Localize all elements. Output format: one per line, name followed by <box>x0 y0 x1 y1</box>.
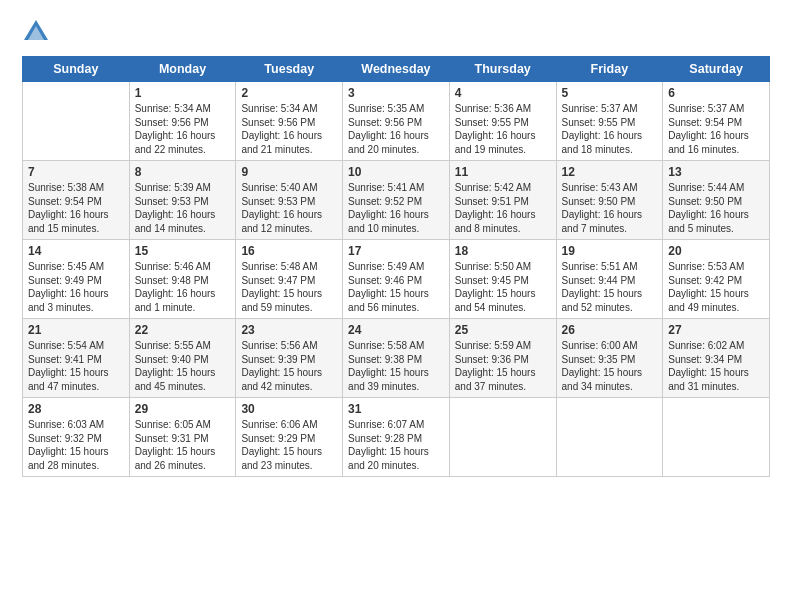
day-number: 4 <box>455 86 551 100</box>
calendar-cell: 17Sunrise: 5:49 AM Sunset: 9:46 PM Dayli… <box>343 240 450 319</box>
day-number: 21 <box>28 323 124 337</box>
day-info: Sunrise: 6:05 AM Sunset: 9:31 PM Dayligh… <box>135 418 231 472</box>
day-number: 16 <box>241 244 337 258</box>
day-info: Sunrise: 5:44 AM Sunset: 9:50 PM Dayligh… <box>668 181 764 235</box>
day-info: Sunrise: 6:06 AM Sunset: 9:29 PM Dayligh… <box>241 418 337 472</box>
day-number: 14 <box>28 244 124 258</box>
logo <box>22 18 52 46</box>
day-number: 31 <box>348 402 444 416</box>
day-number: 1 <box>135 86 231 100</box>
calendar-cell <box>449 398 556 477</box>
calendar-cell: 27Sunrise: 6:02 AM Sunset: 9:34 PM Dayli… <box>663 319 770 398</box>
calendar-cell: 7Sunrise: 5:38 AM Sunset: 9:54 PM Daylig… <box>23 161 130 240</box>
day-info: Sunrise: 6:00 AM Sunset: 9:35 PM Dayligh… <box>562 339 658 393</box>
day-number: 27 <box>668 323 764 337</box>
calendar-cell: 1Sunrise: 5:34 AM Sunset: 9:56 PM Daylig… <box>129 82 236 161</box>
day-info: Sunrise: 5:54 AM Sunset: 9:41 PM Dayligh… <box>28 339 124 393</box>
calendar-cell: 19Sunrise: 5:51 AM Sunset: 9:44 PM Dayli… <box>556 240 663 319</box>
day-info: Sunrise: 5:45 AM Sunset: 9:49 PM Dayligh… <box>28 260 124 314</box>
day-number: 7 <box>28 165 124 179</box>
day-number: 13 <box>668 165 764 179</box>
day-number: 9 <box>241 165 337 179</box>
day-info: Sunrise: 5:43 AM Sunset: 9:50 PM Dayligh… <box>562 181 658 235</box>
calendar-table: SundayMondayTuesdayWednesdayThursdayFrid… <box>22 56 770 477</box>
day-number: 18 <box>455 244 551 258</box>
day-number: 10 <box>348 165 444 179</box>
day-info: Sunrise: 5:39 AM Sunset: 9:53 PM Dayligh… <box>135 181 231 235</box>
day-number: 25 <box>455 323 551 337</box>
header-day: Saturday <box>663 57 770 82</box>
day-number: 5 <box>562 86 658 100</box>
day-number: 23 <box>241 323 337 337</box>
day-info: Sunrise: 5:59 AM Sunset: 9:36 PM Dayligh… <box>455 339 551 393</box>
day-info: Sunrise: 5:41 AM Sunset: 9:52 PM Dayligh… <box>348 181 444 235</box>
header-day: Friday <box>556 57 663 82</box>
day-info: Sunrise: 5:55 AM Sunset: 9:40 PM Dayligh… <box>135 339 231 393</box>
week-row: 21Sunrise: 5:54 AM Sunset: 9:41 PM Dayli… <box>23 319 770 398</box>
calendar-cell: 23Sunrise: 5:56 AM Sunset: 9:39 PM Dayli… <box>236 319 343 398</box>
day-number: 11 <box>455 165 551 179</box>
calendar-cell: 25Sunrise: 5:59 AM Sunset: 9:36 PM Dayli… <box>449 319 556 398</box>
header-row: SundayMondayTuesdayWednesdayThursdayFrid… <box>23 57 770 82</box>
calendar-cell: 16Sunrise: 5:48 AM Sunset: 9:47 PM Dayli… <box>236 240 343 319</box>
day-number: 2 <box>241 86 337 100</box>
day-number: 29 <box>135 402 231 416</box>
header-day: Thursday <box>449 57 556 82</box>
calendar-cell: 31Sunrise: 6:07 AM Sunset: 9:28 PM Dayli… <box>343 398 450 477</box>
page: SundayMondayTuesdayWednesdayThursdayFrid… <box>0 0 792 487</box>
day-info: Sunrise: 5:34 AM Sunset: 9:56 PM Dayligh… <box>241 102 337 156</box>
calendar-cell: 6Sunrise: 5:37 AM Sunset: 9:54 PM Daylig… <box>663 82 770 161</box>
calendar-cell: 20Sunrise: 5:53 AM Sunset: 9:42 PM Dayli… <box>663 240 770 319</box>
logo-icon <box>22 18 50 46</box>
calendar-cell: 24Sunrise: 5:58 AM Sunset: 9:38 PM Dayli… <box>343 319 450 398</box>
calendar-cell <box>23 82 130 161</box>
week-row: 28Sunrise: 6:03 AM Sunset: 9:32 PM Dayli… <box>23 398 770 477</box>
day-info: Sunrise: 6:07 AM Sunset: 9:28 PM Dayligh… <box>348 418 444 472</box>
day-info: Sunrise: 5:36 AM Sunset: 9:55 PM Dayligh… <box>455 102 551 156</box>
day-number: 19 <box>562 244 658 258</box>
day-info: Sunrise: 5:34 AM Sunset: 9:56 PM Dayligh… <box>135 102 231 156</box>
week-row: 7Sunrise: 5:38 AM Sunset: 9:54 PM Daylig… <box>23 161 770 240</box>
calendar-cell: 11Sunrise: 5:42 AM Sunset: 9:51 PM Dayli… <box>449 161 556 240</box>
day-info: Sunrise: 5:35 AM Sunset: 9:56 PM Dayligh… <box>348 102 444 156</box>
day-info: Sunrise: 6:02 AM Sunset: 9:34 PM Dayligh… <box>668 339 764 393</box>
day-info: Sunrise: 5:53 AM Sunset: 9:42 PM Dayligh… <box>668 260 764 314</box>
header-day: Monday <box>129 57 236 82</box>
calendar-cell: 3Sunrise: 5:35 AM Sunset: 9:56 PM Daylig… <box>343 82 450 161</box>
calendar-cell: 30Sunrise: 6:06 AM Sunset: 9:29 PM Dayli… <box>236 398 343 477</box>
day-info: Sunrise: 5:38 AM Sunset: 9:54 PM Dayligh… <box>28 181 124 235</box>
day-info: Sunrise: 5:56 AM Sunset: 9:39 PM Dayligh… <box>241 339 337 393</box>
day-number: 6 <box>668 86 764 100</box>
header <box>22 18 770 46</box>
day-number: 3 <box>348 86 444 100</box>
calendar-cell: 15Sunrise: 5:46 AM Sunset: 9:48 PM Dayli… <box>129 240 236 319</box>
day-number: 20 <box>668 244 764 258</box>
calendar-cell: 26Sunrise: 6:00 AM Sunset: 9:35 PM Dayli… <box>556 319 663 398</box>
day-info: Sunrise: 5:48 AM Sunset: 9:47 PM Dayligh… <box>241 260 337 314</box>
calendar-cell: 5Sunrise: 5:37 AM Sunset: 9:55 PM Daylig… <box>556 82 663 161</box>
header-day: Sunday <box>23 57 130 82</box>
header-day: Wednesday <box>343 57 450 82</box>
calendar-cell: 10Sunrise: 5:41 AM Sunset: 9:52 PM Dayli… <box>343 161 450 240</box>
day-info: Sunrise: 6:03 AM Sunset: 9:32 PM Dayligh… <box>28 418 124 472</box>
day-info: Sunrise: 5:37 AM Sunset: 9:55 PM Dayligh… <box>562 102 658 156</box>
day-number: 22 <box>135 323 231 337</box>
day-number: 15 <box>135 244 231 258</box>
day-info: Sunrise: 5:37 AM Sunset: 9:54 PM Dayligh… <box>668 102 764 156</box>
day-info: Sunrise: 5:49 AM Sunset: 9:46 PM Dayligh… <box>348 260 444 314</box>
day-number: 28 <box>28 402 124 416</box>
day-number: 17 <box>348 244 444 258</box>
day-info: Sunrise: 5:58 AM Sunset: 9:38 PM Dayligh… <box>348 339 444 393</box>
week-row: 1Sunrise: 5:34 AM Sunset: 9:56 PM Daylig… <box>23 82 770 161</box>
calendar-cell: 9Sunrise: 5:40 AM Sunset: 9:53 PM Daylig… <box>236 161 343 240</box>
week-row: 14Sunrise: 5:45 AM Sunset: 9:49 PM Dayli… <box>23 240 770 319</box>
day-info: Sunrise: 5:40 AM Sunset: 9:53 PM Dayligh… <box>241 181 337 235</box>
calendar-cell: 14Sunrise: 5:45 AM Sunset: 9:49 PM Dayli… <box>23 240 130 319</box>
day-number: 26 <box>562 323 658 337</box>
calendar-cell: 8Sunrise: 5:39 AM Sunset: 9:53 PM Daylig… <box>129 161 236 240</box>
day-number: 30 <box>241 402 337 416</box>
calendar-cell: 21Sunrise: 5:54 AM Sunset: 9:41 PM Dayli… <box>23 319 130 398</box>
day-info: Sunrise: 5:50 AM Sunset: 9:45 PM Dayligh… <box>455 260 551 314</box>
day-info: Sunrise: 5:51 AM Sunset: 9:44 PM Dayligh… <box>562 260 658 314</box>
calendar-cell: 12Sunrise: 5:43 AM Sunset: 9:50 PM Dayli… <box>556 161 663 240</box>
